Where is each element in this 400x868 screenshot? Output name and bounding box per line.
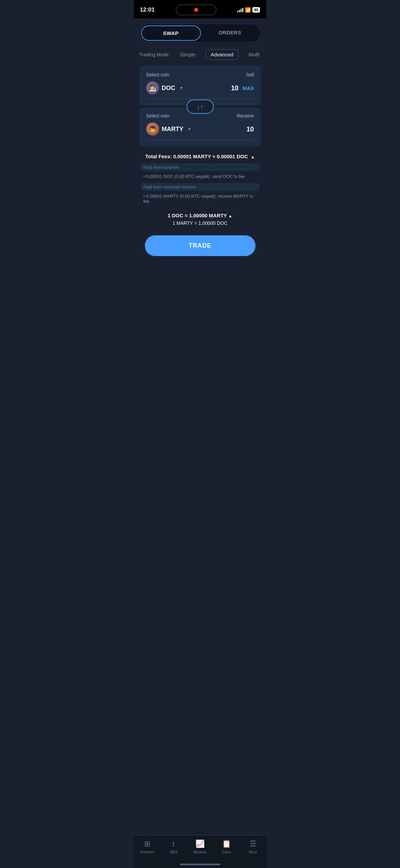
nav-feed-label: Feed <box>222 850 231 854</box>
trading-mode-row: Trading Mode: Simple Advanced Multi <box>139 49 261 60</box>
marty-avatar: 👦 <box>146 123 159 135</box>
exchange-rate-section: 1 DOC = 1.00000 MARTY ▲ 1 MARTY = 1.0000… <box>139 213 261 226</box>
status-icons: 📶 80 <box>237 7 260 13</box>
nav-markets-label: Markets <box>193 850 207 854</box>
select-coin-label-receive: Select coin <box>146 113 169 119</box>
swap-direction-button[interactable]: ↓↑ <box>187 100 214 114</box>
swap-direction-container: ↓↑ <box>139 100 261 114</box>
trading-mode-label: Trading Mode: <box>139 52 170 57</box>
sell-underline <box>146 98 254 99</box>
nav-more[interactable]: ☰ More <box>243 839 263 854</box>
nav-portfolio[interactable]: ⊞ Portfolio <box>137 839 157 854</box>
sell-amount-container: 10 MAX <box>231 84 254 92</box>
receive-amount[interactable]: 10 <box>246 125 254 133</box>
tab-swap[interactable]: SWAP <box>141 25 201 41</box>
fees-section: Total Fees: 0.00001 MARTY + 0.00001 DOC … <box>139 153 261 208</box>
nav-portfolio-label: Portfolio <box>140 850 154 854</box>
mode-multi[interactable]: Multi <box>244 50 264 59</box>
sell-labels-row: Select coin Sell <box>146 72 254 82</box>
recording-dot <box>194 8 198 12</box>
receive-coin-selector[interactable]: 👦 MARTY ▼ <box>146 123 192 135</box>
rate-line-2: 1 MARTY = 1.00000 DOC <box>139 220 261 226</box>
receive-label: Receive <box>237 113 254 119</box>
home-bar <box>180 864 221 865</box>
status-bar: 12:01 📶 80 <box>134 0 266 18</box>
main-content: SWAP ORDERS Trading Mode: Simple Advance… <box>134 18 266 835</box>
swap-arrows-icon: ↓↑ <box>197 103 204 111</box>
bar3 <box>241 9 242 12</box>
receive-coin-name: MARTY <box>162 126 184 133</box>
trading-mode-options: Simple Advanced Multi <box>175 49 264 60</box>
trade-button[interactable]: TRADE <box>145 235 255 256</box>
bar4 <box>242 8 243 12</box>
nav-dex-label: DEX <box>170 850 177 854</box>
dex-icon: ↕ <box>172 839 175 848</box>
fee-item-marty: • 0.00001 MARTY (0.00 BTC-segwit): recei… <box>141 192 260 205</box>
tab-orders[interactable]: ORDERS <box>201 25 259 41</box>
sell-coin-row: 🧑‍🔬 DOC ▼ 10 MAX <box>146 82 254 94</box>
paid-from-balance-label: Paid from balance: <box>141 163 260 171</box>
fees-total[interactable]: Total Fees: 0.00001 MARTY + 0.00001 DOC … <box>141 153 260 159</box>
bottom-nav: ⊞ Portfolio ↕ DEX 📈 Markets 📋 Feed ☰ Mor… <box>134 835 266 864</box>
markets-icon: 📈 <box>195 839 205 848</box>
rate-line-1: 1 DOC = 1.00000 MARTY ▲ <box>139 213 261 218</box>
nav-dex[interactable]: ↕ DEX <box>164 839 184 854</box>
nav-more-label: More <box>249 850 257 854</box>
feed-icon: 📋 <box>222 839 231 848</box>
battery-icon: 80 <box>252 7 260 13</box>
status-time: 12:01 <box>140 6 155 13</box>
max-button[interactable]: MAX <box>243 85 254 91</box>
fees-toggle-icon: ▲ <box>251 155 255 159</box>
nav-markets[interactable]: 📈 Markets <box>190 839 210 854</box>
mode-simple[interactable]: Simple <box>175 50 200 59</box>
select-coin-label-sell: Select coin <box>146 72 169 77</box>
sell-coin-chevron-icon: ▼ <box>179 86 184 90</box>
sell-amount[interactable]: 10 <box>231 84 239 92</box>
doc-avatar: 🧑‍🔬 <box>146 82 159 94</box>
top-tabs: SWAP ORDERS <box>139 24 261 42</box>
signal-bars-icon <box>237 7 243 12</box>
paid-from-volume-label: Paid from received volume: <box>141 183 260 191</box>
sell-label: Sell <box>246 72 254 77</box>
receive-underline <box>146 140 254 140</box>
dynamic-island-container <box>176 4 216 15</box>
bar1 <box>237 11 238 12</box>
nav-feed[interactable]: 📋 Feed <box>216 839 237 854</box>
mode-advanced[interactable]: Advanced <box>206 49 239 60</box>
receive-coin-row: 👦 MARTY ▼ 10 <box>146 123 254 135</box>
receive-labels-row: Select coin Receive <box>146 113 254 123</box>
dynamic-island <box>176 4 216 15</box>
rate-toggle-icon: ▲ <box>228 214 232 218</box>
bar2 <box>239 10 240 12</box>
wifi-icon: 📶 <box>245 7 251 13</box>
receive-coin-chevron-icon: ▼ <box>188 127 192 131</box>
sell-coin-selector[interactable]: 🧑‍🔬 DOC ▼ <box>146 82 184 94</box>
fee-item-doc: • 0.00001 DOC (0.00 BTC-segwit): send DO… <box>141 173 260 180</box>
trade-btn-container: TRADE <box>139 226 261 263</box>
more-icon: ☰ <box>250 839 256 848</box>
marty-icon: 👦 <box>149 125 156 133</box>
portfolio-icon: ⊞ <box>144 839 150 848</box>
home-indicator <box>134 864 266 868</box>
sell-coin-name: DOC <box>162 85 175 92</box>
doc-icon: 🧑‍🔬 <box>149 84 156 92</box>
battery-level: 80 <box>254 8 258 12</box>
